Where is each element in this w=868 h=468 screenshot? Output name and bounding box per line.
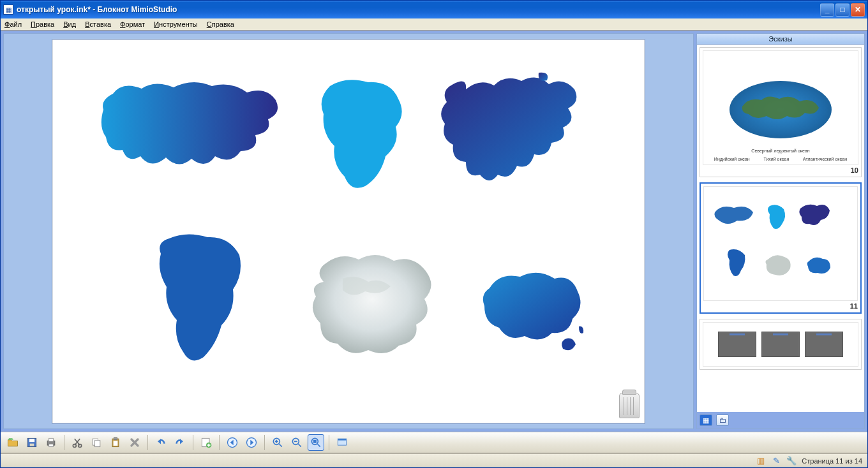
menu-format[interactable]: Формат	[120, 20, 145, 28]
next-page-button[interactable]	[243, 434, 260, 451]
menu-edit[interactable]: Правка	[31, 20, 54, 28]
thumbnail-11[interactable]: 11	[700, 182, 862, 314]
continent-north-america[interactable]	[435, 71, 582, 186]
zoom-fit-button[interactable]	[308, 434, 324, 451]
thumb10-label-1: Индийский океан	[714, 157, 750, 162]
continent-eurasia[interactable]	[97, 75, 282, 173]
toolbar-separator	[219, 435, 220, 450]
status-wrench-icon[interactable]: 🔧	[786, 456, 797, 466]
status-pen-icon[interactable]: ✎	[771, 456, 781, 466]
canvas-viewport	[3, 33, 694, 429]
svg-rect-9	[95, 441, 100, 447]
continent-south-america[interactable]	[151, 231, 244, 365]
slide-canvas[interactable]	[52, 39, 645, 424]
thumbnail-11-number: 11	[703, 302, 858, 310]
menu-view[interactable]: Вид	[63, 20, 76, 28]
svg-rect-5	[49, 444, 54, 447]
print-button[interactable]	[43, 434, 59, 451]
minimize-button[interactable]: _	[820, 3, 834, 17]
toolbar-separator	[264, 435, 265, 450]
continent-africa[interactable]	[314, 75, 407, 193]
undo-button[interactable]	[153, 434, 169, 451]
zoom-out-button[interactable]	[288, 434, 305, 451]
thumb10-label-2: Тихий океан	[763, 157, 789, 162]
delete-button[interactable]	[126, 434, 143, 451]
status-book-icon[interactable]: ▥	[756, 456, 766, 466]
svg-rect-11	[114, 438, 117, 440]
svg-rect-12	[114, 441, 118, 446]
menu-help[interactable]: Справка	[207, 20, 234, 28]
gallery-view-button[interactable]: 🗀	[716, 414, 729, 426]
toolbar-separator	[64, 435, 64, 450]
thumbnail-12-preview	[703, 322, 858, 367]
svg-rect-4	[49, 438, 54, 441]
prev-page-button[interactable]	[224, 434, 241, 451]
cut-button[interactable]	[69, 434, 86, 451]
thumbnails-panel-title: Эскизы	[697, 34, 864, 45]
svg-point-7	[79, 444, 82, 448]
trash-icon[interactable]	[619, 393, 640, 418]
svg-rect-1	[29, 439, 34, 442]
save-button[interactable]	[24, 434, 40, 451]
new-slide-button[interactable]	[198, 434, 214, 451]
menu-bar: Файл Правка Вид Вставка Формат Инструмен…	[1, 18, 867, 31]
svg-point-6	[73, 444, 76, 448]
menu-insert[interactable]: Вставка	[85, 20, 111, 28]
svg-rect-22	[338, 439, 346, 441]
open-button[interactable]	[4, 434, 21, 451]
title-bar[interactable]: ▦ открытый урок.ink* - Блокнот MimioStud…	[1, 1, 867, 18]
close-button[interactable]: ✕	[851, 3, 865, 17]
svg-rect-2	[30, 444, 34, 446]
status-bar: ▥ ✎ 🔧 Страница 11 из 14	[1, 453, 867, 467]
maximize-button[interactable]: □	[835, 3, 849, 17]
thumbnail-11-preview	[703, 186, 858, 301]
zoom-in-button[interactable]	[269, 434, 286, 451]
app-window: ▦ открытый урок.ink* - Блокнот MimioStud…	[0, 0, 868, 468]
thumbnails-panel: Эскизы Северный ледовитый океан	[696, 33, 865, 429]
content-area: Эскизы Северный ледовитый океан	[1, 31, 867, 432]
thumbnails-panel-tabs: ▦ 🗀	[697, 412, 864, 428]
thumbnails-list[interactable]: Северный ледовитый океан Индийский океан…	[697, 45, 864, 412]
thumbnail-12[interactable]	[700, 319, 862, 370]
svg-rect-20	[313, 440, 317, 443]
main-toolbar	[1, 432, 867, 453]
thumbnails-view-button[interactable]: ▦	[700, 414, 712, 426]
menu-tools[interactable]: Инструменты	[154, 20, 198, 28]
thumbnail-10-number: 10	[703, 166, 858, 174]
thumb10-label-top: Северный ледовитый океан	[751, 149, 809, 154]
window-title: открытый урок.ink* - Блокнот MimioStudio	[17, 5, 177, 14]
thumbnail-10-preview: Северный ледовитый океан Индийский океан…	[703, 50, 858, 165]
toolbar-separator	[147, 435, 148, 450]
copy-button[interactable]	[88, 434, 105, 451]
paste-button[interactable]	[107, 434, 124, 451]
toolbar-separator	[193, 435, 193, 450]
redo-button[interactable]	[172, 434, 188, 451]
status-page-indicator: Страница 11 из 14	[802, 457, 862, 465]
menu-file[interactable]: Файл	[4, 20, 22, 28]
fullscreen-button[interactable]	[334, 434, 350, 451]
continent-australia[interactable]	[477, 263, 585, 358]
thumb10-label-3: Атлантический океан	[803, 157, 847, 162]
thumbnail-10[interactable]: Северный ледовитый океан Индийский океан…	[700, 47, 862, 177]
app-icon: ▦	[3, 4, 13, 15]
continent-antarctica[interactable]	[304, 247, 438, 358]
toolbar-separator	[329, 435, 329, 450]
